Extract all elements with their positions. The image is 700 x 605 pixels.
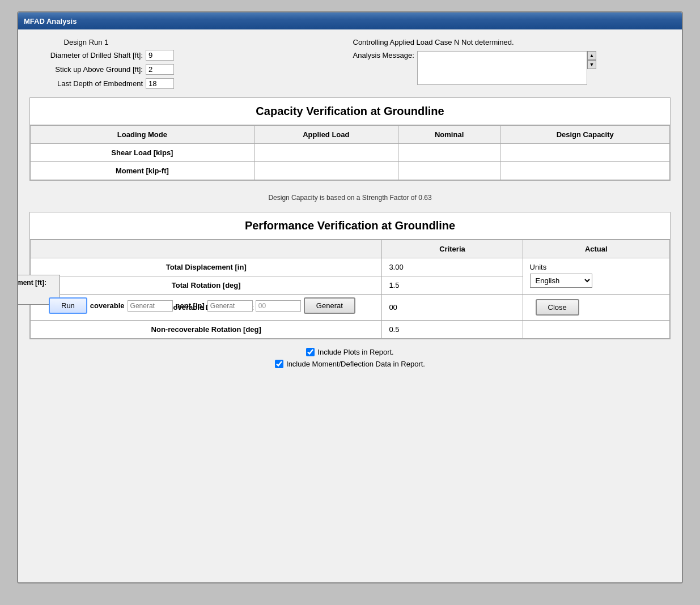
include-plots-checkbox[interactable]	[306, 348, 315, 356]
last-depth-value: 18	[146, 78, 174, 89]
nonrec-displacement-actual: Close	[523, 295, 669, 321]
diameter-value: 9	[146, 50, 174, 61]
shear-nominal	[398, 144, 500, 162]
table-row: Shear Load [kips]	[31, 144, 670, 162]
total-rotation-label: Total Rotation [deg]	[31, 276, 382, 295]
perf-col-actual: Actual	[523, 240, 669, 258]
nonrec-rotation-criteria: 0.5	[382, 321, 523, 339]
perf-col-criteria: Criteria	[382, 240, 523, 258]
diameter-row: Diameter of Drilled Shaft [ft]: 9	[29, 50, 347, 61]
design-run-label: Design Run 1	[29, 38, 143, 46]
include-moment-row: Include Moment/Deflection Data in Report…	[29, 360, 671, 368]
stickup-value: 2	[146, 64, 174, 75]
col-applied-load: Applied Load	[254, 126, 398, 144]
generate-button3[interactable]: Generat	[304, 297, 355, 314]
run-button[interactable]: Run	[49, 297, 87, 314]
analysis-message-label: Analysis Message:	[353, 51, 414, 59]
nonrec-displacement-criteria: 00	[382, 295, 523, 321]
scrollbar[interactable]: ▲ ▼	[587, 51, 596, 69]
diameter-label: Diameter of Drilled Shaft [ft]:	[29, 51, 143, 59]
run-row: Run coverable nent [in] Generat	[49, 297, 355, 314]
scroll-down-btn[interactable]: ▼	[587, 60, 596, 69]
close-button[interactable]: Close	[536, 299, 579, 316]
controlling-label: Controlling Applied Load Case N	[353, 38, 460, 46]
controlling-load-row: Controlling Applied Load Case N Not dete…	[353, 38, 671, 46]
window-body: Design Run 1 Diameter of Drilled Shaft […	[18, 29, 682, 582]
capacity-table: Loading Mode Applied Load Nominal Design…	[30, 125, 670, 180]
nonrec-rotation-label: Non-recoverable Rotation [deg]	[31, 321, 382, 339]
total-rotation-criteria: 1.5	[382, 276, 523, 295]
include-moment-checkbox[interactable]	[275, 360, 283, 368]
moment-applied	[254, 162, 398, 180]
col-loading-mode: Loading Mode	[31, 126, 254, 144]
generate-label2: nent [in]	[176, 301, 205, 310]
generate-input3[interactable]	[256, 300, 301, 312]
checkboxes-section: Include Plots in Report. Include Moment/…	[29, 348, 671, 368]
design-run-row: Design Run 1	[29, 38, 347, 46]
shear-load-label: Shear Load [kips]	[31, 144, 254, 162]
stickup-label: Stick up Above Ground [ft]:	[29, 65, 143, 74]
units-select[interactable]: English Metric	[530, 274, 592, 288]
performance-section: Performance Verification at Groundline C…	[29, 212, 671, 339]
table-row: Total Displacement [in] 3.00 Units Engli…	[31, 258, 670, 276]
new-depth-label: New Depth of Embedment [ft]:	[18, 279, 54, 287]
performance-table: Criteria Actual Total Displacement [in] …	[30, 240, 670, 339]
col-nominal: Nominal	[398, 126, 500, 144]
shear-design	[500, 144, 670, 162]
col-design-capacity: Design Capacity	[500, 126, 670, 144]
right-info: Controlling Applied Load Case N Not dete…	[353, 38, 671, 89]
table-row: Moment [kip-ft]	[31, 162, 670, 180]
generate-input2[interactable]	[207, 300, 253, 312]
stickup-row: Stick up Above Ground [ft]: 2	[29, 64, 347, 75]
include-plots-row: Include Plots in Report.	[29, 348, 671, 356]
nonrec-rotation-actual	[523, 321, 669, 339]
total-displacement-label: Total Displacement [in]	[31, 258, 382, 276]
main-window: MFAD Analysis Design Run 1 Diameter of D…	[17, 11, 683, 583]
include-plots-label: Include Plots in Report.	[317, 348, 393, 356]
last-depth-row: Last Depth of Embedment 18	[29, 78, 347, 89]
total-displacement-criteria: 3.00	[382, 258, 523, 276]
performance-title: Performance Verification at Groundline	[30, 212, 670, 240]
capacity-section: Capacity Verification at Groundline Load…	[29, 97, 671, 181]
generate-input1[interactable]	[128, 300, 173, 312]
scroll-up-btn[interactable]: ▲	[587, 51, 596, 60]
units-area: Units English Metric	[530, 263, 663, 288]
table-row: New Depth of Embedment [ft]: Run coverab…	[31, 295, 670, 321]
analysis-message-area: Analysis Message: ▲ ▼	[353, 51, 671, 85]
moment-nominal	[398, 162, 500, 180]
title-bar: MFAD Analysis	[18, 12, 682, 29]
last-depth-label: Last Depth of Embedment	[29, 79, 143, 88]
shear-applied	[254, 144, 398, 162]
include-moment-label: Include Moment/Deflection Data in Report…	[286, 360, 425, 368]
nonrec-displacement-label: New Depth of Embedment [ft]: Run coverab…	[31, 295, 382, 321]
top-info-section: Design Run 1 Diameter of Drilled Shaft […	[29, 38, 671, 89]
capacity-title: Capacity Verification at Groundline	[30, 98, 670, 125]
controlling-value: Not determined.	[461, 38, 514, 46]
moment-label: Moment [kip-ft]	[31, 162, 254, 180]
window-title: MFAD Analysis	[24, 17, 77, 25]
table-row: Non-recoverable Rotation [deg] 0.5	[31, 321, 670, 339]
units-label: Units	[530, 263, 663, 271]
strength-factor-note: Design Capacity is based on a Strength F…	[29, 189, 671, 206]
left-info: Design Run 1 Diameter of Drilled Shaft […	[29, 38, 347, 89]
units-area-cell: Units English Metric	[523, 258, 669, 295]
generate-label1: coverable	[90, 301, 125, 310]
analysis-message-input[interactable]	[417, 51, 587, 85]
moment-design	[500, 162, 670, 180]
perf-col-empty	[31, 240, 382, 258]
